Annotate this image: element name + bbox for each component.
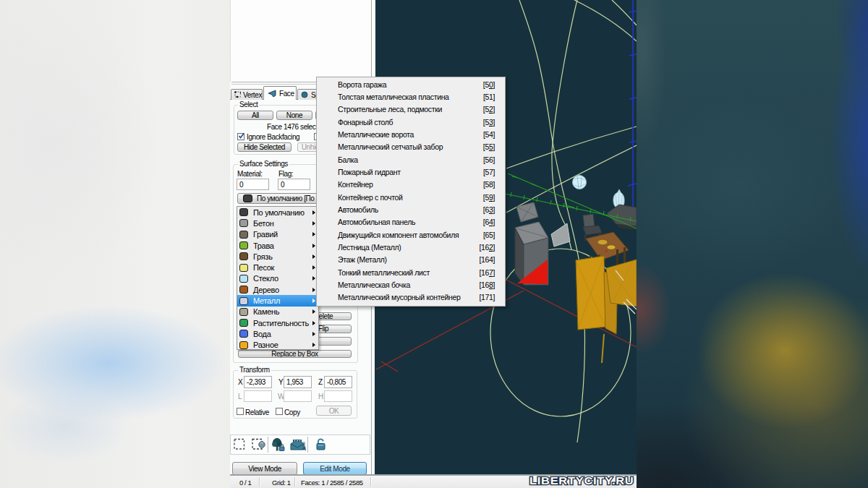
svg-text:LIBERTYCITY.RU: LIBERTYCITY.RU — [529, 475, 634, 487]
